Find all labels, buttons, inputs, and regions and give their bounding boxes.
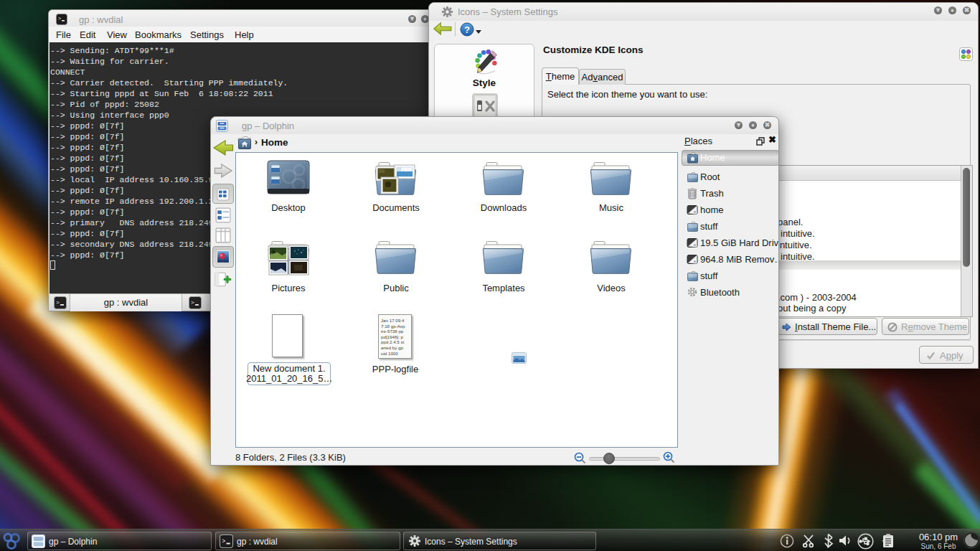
svg-text:>: > [191, 299, 194, 306]
svg-text:?: ? [464, 24, 470, 35]
svg-text:>: > [56, 299, 60, 306]
svg-text:>: > [58, 16, 61, 22]
svg-text:>: > [222, 537, 225, 545]
